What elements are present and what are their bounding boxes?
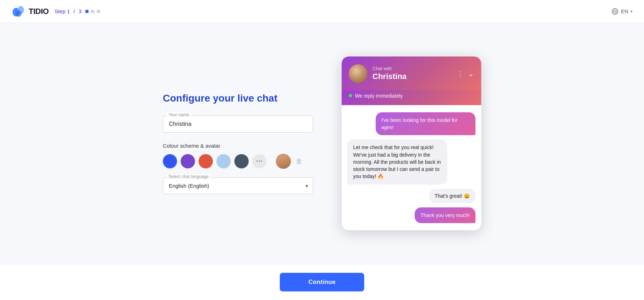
color-swatch-blue[interactable]	[163, 154, 177, 168]
logo-text: TIDIO	[29, 7, 49, 16]
color-section: Colour scheme & avatar ··· 🗑	[163, 143, 313, 169]
chat-with-label: Chat with	[372, 66, 452, 71]
lang-label: EN	[621, 8, 628, 14]
message-3: That's great! 😄	[429, 189, 475, 203]
svg-point-2	[16, 10, 21, 17]
color-avatar-row: ··· 🗑	[163, 154, 313, 169]
color-section-label: Colour scheme & avatar	[163, 143, 313, 149]
name-label: Your name	[167, 112, 191, 117]
step-indicator: Step 1 / 3	[54, 8, 100, 14]
avatar-image	[276, 154, 291, 169]
continue-button[interactable]: Continue	[280, 273, 364, 291]
chat-agent-avatar	[349, 64, 367, 83]
name-input[interactable]	[163, 115, 313, 133]
chat-messages: I've been looking for this model for age…	[342, 105, 481, 231]
chat-header-text: Chat with Christina	[372, 66, 452, 81]
step-separator: /	[74, 8, 75, 14]
main-content: Configure your live chat Your name Colou…	[0, 23, 644, 264]
status-text: We reply immediately	[355, 93, 403, 99]
chat-minimize-icon[interactable]: ⌄	[468, 69, 474, 78]
online-status-dot	[349, 94, 352, 97]
color-swatch-purple[interactable]	[181, 154, 195, 168]
dot-1	[85, 10, 89, 13]
color-swatch-coral[interactable]	[199, 154, 213, 168]
dot-3	[97, 10, 100, 13]
header-left: TIDIO Step 1 / 3	[11, 4, 100, 19]
header: TIDIO Step 1 / 3 EN ▾	[0, 0, 644, 23]
color-more-button[interactable]: ···	[252, 154, 267, 168]
globe-icon	[611, 8, 619, 15]
step-label: Step 1	[54, 8, 70, 14]
color-swatch-lightblue[interactable]	[216, 154, 231, 168]
chat-more-options-icon[interactable]: ⋮	[457, 70, 464, 78]
language-select-group: Select chat language English (English) S…	[163, 177, 313, 194]
avatar-thumbnail	[276, 154, 291, 169]
message-4: Thank you very much!	[415, 207, 475, 223]
chat-agent-name: Christina	[372, 72, 452, 81]
logo: TIDIO	[11, 4, 49, 19]
chat-header: Chat with Christina ⋮ ⌄	[342, 56, 481, 90]
delete-avatar-icon[interactable]: 🗑	[296, 158, 302, 165]
step-total: 3	[79, 8, 82, 14]
chat-avatar-image	[349, 64, 367, 83]
form-section: Configure your live chat Your name Colou…	[163, 93, 313, 194]
message-1: I've been looking for this model for age…	[376, 112, 475, 136]
color-swatch-dark[interactable]	[234, 154, 249, 168]
name-field-group: Your name	[163, 115, 313, 133]
form-title: Configure your live chat	[163, 93, 313, 104]
tidio-logo-icon	[11, 4, 26, 19]
step-dots	[85, 10, 100, 13]
chat-status-bar: We reply immediately	[342, 90, 481, 105]
dot-2	[91, 10, 94, 13]
chat-preview: Chat with Christina ⋮ ⌄ We reply immedia…	[342, 56, 481, 231]
footer: Continue	[0, 264, 644, 300]
lang-chevron-icon: ▾	[630, 9, 633, 14]
language-select[interactable]: English (English) Spanish (Español) Fren…	[163, 177, 313, 194]
language-label: Select chat language	[167, 174, 210, 179]
language-selector[interactable]: EN ▾	[611, 8, 633, 15]
chat-header-icons: ⋮ ⌄	[457, 69, 474, 78]
message-2: Let me check that for you real quick! We…	[347, 139, 447, 184]
